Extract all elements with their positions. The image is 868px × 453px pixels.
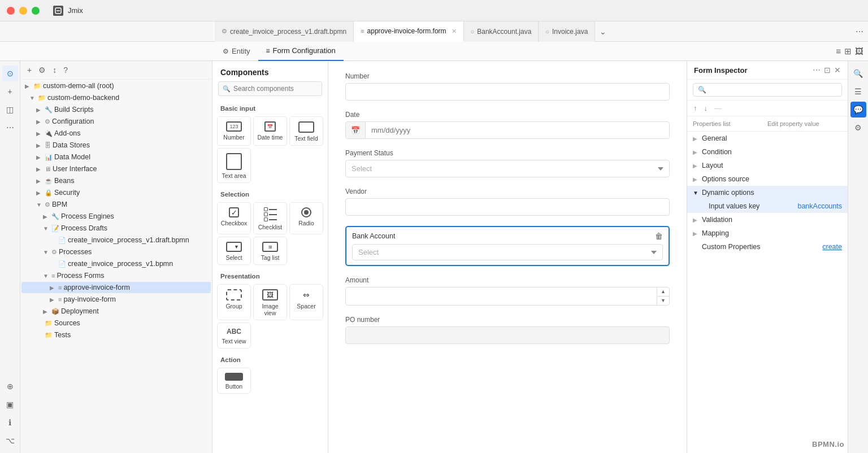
- more-options-icon[interactable]: ⋯: [2, 120, 18, 136]
- minimize-button[interactable]: [19, 7, 27, 15]
- image-view-icon[interactable]: 🖼: [855, 46, 863, 56]
- tree-item-process-drafts[interactable]: ▼ 📝 Process Drafts: [21, 223, 211, 234]
- component-spacer[interactable]: ⇔ Spacer: [289, 284, 323, 320]
- component-number[interactable]: 123 Number: [217, 116, 251, 146]
- amount-input[interactable]: [346, 288, 657, 304]
- tree-help-button[interactable]: ?: [61, 64, 70, 76]
- inspector-row-condition[interactable]: ▶ Condition: [687, 145, 848, 159]
- tab-overflow-button[interactable]: ⌄: [595, 27, 611, 36]
- component-imageview[interactable]: 🖼 Image view: [253, 284, 287, 320]
- number-input[interactable]: [345, 83, 670, 101]
- date-input[interactable]: [366, 122, 669, 138]
- close-tab-button[interactable]: ✕: [452, 28, 457, 35]
- component-datetime[interactable]: 📅 Date time: [253, 116, 287, 146]
- inspector-more-button[interactable]: ⋯: [813, 66, 821, 75]
- tab-bank-account[interactable]: ○ BankAccount.java: [464, 21, 539, 42]
- inspector-row-options-source[interactable]: ▶ Options source: [687, 172, 848, 186]
- component-textview[interactable]: ABC Text view: [217, 323, 251, 349]
- inspector-search-input[interactable]: [709, 86, 837, 94]
- expand-icon: ▶: [693, 217, 700, 223]
- project-icon[interactable]: ⊙: [2, 66, 18, 81]
- component-select[interactable]: ▼ Select: [217, 237, 251, 265]
- tree-item-backend[interactable]: ▼ 📁 custom-demo-backend: [21, 92, 211, 103]
- tree-item-pay-invoice-form[interactable]: ▶ ≡ pay-invoice-form: [21, 294, 211, 305]
- component-textfield[interactable]: Text field: [289, 116, 323, 146]
- tree-item-root[interactable]: ▶ 📁 custom-demo-all (root): [21, 80, 211, 92]
- bank-account-select[interactable]: Select: [352, 244, 663, 260]
- tree-item-security[interactable]: ▶ 🔒 Security: [21, 187, 211, 198]
- tree-item-approve-invoice-form[interactable]: ▶ ≡ approve-invoice-form: [21, 282, 211, 293]
- add-icon[interactable]: +: [2, 84, 18, 99]
- component-radio[interactable]: Radio: [289, 202, 323, 234]
- expand-icon: ▼: [36, 202, 43, 208]
- inspector-header-actions: ⋯ ⊡ ✕: [813, 66, 841, 75]
- tree-add-button[interactable]: +: [25, 64, 34, 76]
- payment-status-select[interactable]: Select: [345, 160, 670, 177]
- tree-item-configuration[interactable]: ▶ ⚙ Configuration: [21, 116, 211, 127]
- inspector-row-validation[interactable]: ▶ Validation: [687, 213, 848, 226]
- po-number-input[interactable]: [345, 326, 670, 344]
- tree-item-process-forms[interactable]: ▼ ≡ Process Forms: [21, 270, 211, 281]
- tree-item-user-interface[interactable]: ▶ 🖥 User Interface: [21, 163, 211, 175]
- tree-item-data-model[interactable]: ▶ 📊 Data Model: [21, 151, 211, 163]
- tree-item-tests[interactable]: 📁 Tests: [21, 329, 211, 341]
- columns-view-icon[interactable]: ⊞: [844, 46, 852, 56]
- bank-account-delete-button[interactable]: 🗑: [655, 232, 663, 241]
- tree-item-sources[interactable]: 📁 Sources: [21, 317, 211, 329]
- search-input[interactable]: [218, 81, 322, 96]
- tree-item-beans[interactable]: ▶ ☕ Beans: [21, 175, 211, 186]
- inspector-row-mapping[interactable]: ▶ Mapping: [687, 226, 848, 240]
- right-rail-settings[interactable]: ⚙: [850, 120, 866, 136]
- inspector-row-input-values-key[interactable]: Input values key bankAccounts: [687, 199, 848, 213]
- component-textarea[interactable]: Text area: [217, 148, 251, 183]
- inspector-row-dynamic-options[interactable]: ▼ Dynamic options: [687, 186, 848, 199]
- right-rail-search[interactable]: 🔍: [850, 66, 866, 81]
- map-icon[interactable]: ⊕: [2, 378, 18, 394]
- inspector-window-button[interactable]: ⊡: [824, 66, 831, 75]
- info-icon[interactable]: ℹ: [2, 415, 18, 430]
- custom-properties-create-link[interactable]: create: [822, 243, 842, 251]
- git-icon[interactable]: ⌥: [2, 433, 18, 448]
- tab-approve-invoice[interactable]: ≡ approve-invoice-form.form ✕: [354, 21, 463, 42]
- tree-item-processes[interactable]: ▼ ⚙ Processes: [21, 246, 211, 258]
- inspector-row-general[interactable]: ▶ General: [687, 132, 848, 145]
- component-checklist[interactable]: Checklist: [253, 202, 287, 234]
- tab-create-invoice[interactable]: ⚙ create_invoice_process_v1.draft.bpmn: [215, 21, 354, 42]
- amount-down-arrow[interactable]: ▼: [657, 297, 669, 305]
- inspector-row-custom-properties[interactable]: Custom Properties create: [687, 240, 848, 254]
- terminal-icon[interactable]: ▣: [2, 397, 18, 412]
- tree-item-process-engines[interactable]: ▶ 🔧 Process Engines: [21, 211, 211, 222]
- subtab-entity[interactable]: ⚙ Entity: [215, 42, 258, 61]
- tab-actions-button[interactable]: ⋯: [851, 27, 868, 36]
- subtab-form-config[interactable]: ≡ Form Configuration: [258, 42, 344, 61]
- tab-invoice[interactable]: ○ Invoice.java: [539, 21, 595, 42]
- inspector-close-button[interactable]: ✕: [834, 66, 841, 75]
- tree-item-deployment[interactable]: ▶ 📦 Deployment: [21, 306, 211, 317]
- tree-settings-button[interactable]: ⚙: [36, 64, 48, 76]
- list-view-icon[interactable]: ≡: [836, 46, 841, 56]
- expand-icon: ▶: [50, 285, 57, 291]
- vendor-input[interactable]: [345, 198, 670, 216]
- maximize-button[interactable]: [32, 7, 40, 15]
- amount-up-arrow[interactable]: ▲: [657, 288, 669, 297]
- inspector-up-arrow[interactable]: ↑: [692, 103, 699, 114]
- component-group[interactable]: Group: [217, 284, 251, 320]
- layers-icon[interactable]: ◫: [2, 102, 18, 117]
- component-taglist[interactable]: ⊞ Tag list: [253, 237, 287, 265]
- right-rail-chat[interactable]: 💬: [850, 102, 866, 117]
- tree-item-data-stores[interactable]: ▶ 🗄 Data Stores: [21, 140, 211, 151]
- tree-item-build-scripts[interactable]: ▶ 🔧 Build Scripts: [21, 104, 211, 115]
- tree-item-bpm[interactable]: ▼ ⚙ BPM: [21, 199, 211, 210]
- expand-icon: ▶: [693, 136, 700, 142]
- close-button[interactable]: [7, 7, 15, 15]
- tree-navigate-button[interactable]: ↕: [50, 64, 59, 76]
- tree-item-add-ons[interactable]: ▶ 🔌 Add-ons: [21, 128, 211, 139]
- inspector-down-arrow[interactable]: ↓: [702, 103, 710, 114]
- tree-item-create-invoice-draft[interactable]: 📄 create_invoice_process_v1.draft.bpmn: [21, 234, 211, 246]
- tree-item-create-invoice-process[interactable]: 📄 create_invoice_process_v1.bpmn: [21, 258, 211, 269]
- inspector-row-layout[interactable]: ▶ Layout: [687, 159, 848, 172]
- component-button[interactable]: Button: [217, 368, 251, 394]
- right-rail-panel[interactable]: ☰: [850, 84, 866, 99]
- component-checkbox[interactable]: ✓ Checkbox: [217, 202, 251, 234]
- inspector-remove-button[interactable]: —: [713, 103, 723, 114]
